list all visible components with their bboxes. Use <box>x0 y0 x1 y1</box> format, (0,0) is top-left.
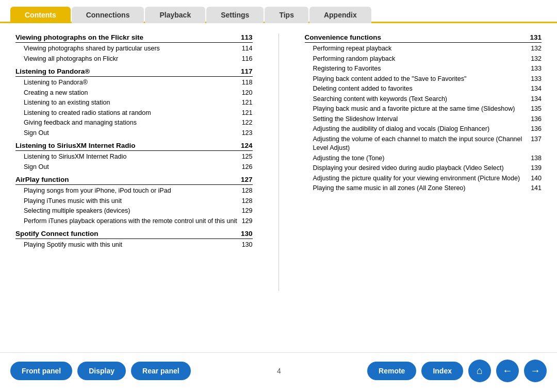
tab-appendix[interactable]: Appendix <box>309 7 371 23</box>
toc-section-header: Listening to SiriusXM Internet Radio124 <box>15 142 253 151</box>
tabs-bar: Contents Connections Playback Settings T… <box>0 0 557 23</box>
entry-text: Viewing all photographs on Flickr <box>24 55 238 64</box>
toc-entry: Adjusting the tone (Tone)138 <box>313 154 542 163</box>
toc-entry: Creating a new station120 <box>24 89 253 98</box>
tab-tips[interactable]: Tips <box>265 7 308 23</box>
entry-text: Displaying your desired video during aud… <box>313 164 527 173</box>
tab-connections[interactable]: Connections <box>72 7 144 23</box>
back-button[interactable]: ← <box>496 360 519 382</box>
toc-entry: Playing Spotify music with this unit130 <box>24 241 253 250</box>
entry-text: Performing random playback <box>313 55 527 64</box>
entry-page: 128 <box>242 197 253 206</box>
tab-contents[interactable]: Contents <box>10 7 71 23</box>
section-page: 130 <box>241 230 253 237</box>
toc-entry: Playing iTunes music with this unit128 <box>24 197 253 206</box>
toc-entry: Performing repeat playback132 <box>313 44 542 54</box>
entry-page: 118 <box>242 78 253 88</box>
toc-entry: Viewing photographs shared by particular… <box>24 44 253 54</box>
entry-page: 126 <box>242 163 253 172</box>
bottom-right-buttons: Remote Index ⌂ ← → <box>367 360 547 382</box>
entry-text: Playing songs from your iPhone, iPod tou… <box>24 186 238 196</box>
entry-page: 134 <box>531 95 542 104</box>
section-page: 117 <box>241 67 253 75</box>
entry-text: Listening to Pandora® <box>24 78 238 88</box>
entry-page: 141 <box>531 184 542 193</box>
entry-page: 121 <box>242 109 253 118</box>
home-button[interactable]: ⌂ <box>468 360 491 382</box>
section-title: Listening to SiriusXM Internet Radio <box>15 142 136 149</box>
remote-btn[interactable]: Remote <box>367 362 416 380</box>
entry-text: Playing Spotify music with this unit <box>24 241 238 250</box>
entry-page: 114 <box>242 44 253 54</box>
section-page: 127 <box>241 176 253 183</box>
entry-page: 136 <box>531 115 542 124</box>
entry-page: 135 <box>531 105 542 114</box>
section-title: Convenience functions <box>305 33 382 41</box>
toc-entry: Playing back music and a favorite pictur… <box>313 105 542 114</box>
entry-page: 125 <box>242 152 253 162</box>
display-btn[interactable]: Display <box>77 362 126 380</box>
entry-text: Sign Out <box>24 163 238 172</box>
section-page: 113 <box>241 33 253 41</box>
entry-page: 123 <box>242 129 253 138</box>
toc-entry: Adjusting the audibility of dialog and v… <box>313 125 542 134</box>
toc-entry: Playing the same music in all zones (All… <box>313 184 542 193</box>
toc-entry: Performing random playback132 <box>313 55 542 64</box>
entry-page: 137 <box>531 135 542 153</box>
entry-text: Playing back content added to the "Save … <box>313 75 527 84</box>
toc-entry: Searching content with keywords (Text Se… <box>313 95 542 104</box>
section-title: Listening to Pandora® <box>15 67 90 75</box>
entry-text: Sign Out <box>24 129 238 138</box>
toc-section-header: Spotify Connect function130 <box>15 230 253 239</box>
toc-entry: Adjusting the volume of each channel to … <box>313 135 542 153</box>
entry-text: Playing back music and a favorite pictur… <box>313 105 527 114</box>
bottom-bar: Front panel Display Rear panel 4 Remote … <box>0 352 557 388</box>
entry-text: Deleting content added to favorites <box>313 84 527 94</box>
toc-entry: Listening to SiriusXM Internet Radio125 <box>24 152 253 162</box>
entry-text: Listening to SiriusXM Internet Radio <box>24 152 238 162</box>
toc-entry: Adjusting the picture quality for your v… <box>313 174 542 183</box>
toc-entry: Sign Out126 <box>24 163 253 172</box>
entry-page: 129 <box>242 207 253 216</box>
toc-entry: Sign Out123 <box>24 129 253 138</box>
entry-text: Viewing photographs shared by particular… <box>24 44 238 54</box>
toc-entry: Giving feedback and managing stations122 <box>24 118 253 128</box>
toc-section-header: AirPlay function127 <box>15 176 253 185</box>
toc-entry: Viewing all photographs on Flickr116 <box>24 55 253 64</box>
entry-page: 134 <box>531 84 542 94</box>
section-page: 124 <box>241 142 253 149</box>
home-icon: ⌂ <box>477 365 483 377</box>
rear-panel-btn[interactable]: Rear panel <box>131 362 191 380</box>
entry-page: 129 <box>242 217 253 226</box>
index-btn[interactable]: Index <box>421 362 463 380</box>
entry-text: Adjusting the audibility of dialog and v… <box>313 125 527 134</box>
tab-settings[interactable]: Settings <box>206 7 264 23</box>
entry-page: 120 <box>242 89 253 98</box>
forward-button[interactable]: → <box>524 360 547 382</box>
bottom-left-buttons: Front panel Display Rear panel <box>10 362 191 380</box>
section-title: Viewing photographs on the Flickr site <box>15 33 143 41</box>
front-panel-btn[interactable]: Front panel <box>10 362 72 380</box>
toc-entry: Deleting content added to favorites134 <box>313 84 542 94</box>
entry-text: Creating a new station <box>24 89 238 98</box>
tab-playback[interactable]: Playback <box>145 7 205 23</box>
entry-text: Giving feedback and managing stations <box>24 118 238 128</box>
left-column: Viewing photographs on the Flickr site11… <box>15 33 253 347</box>
toc-entry: Displaying your desired video during aud… <box>313 164 542 173</box>
toc-entry: Registering to Favorites133 <box>313 64 542 74</box>
entry-text: Listening to created radio stations at r… <box>24 109 238 118</box>
entry-page: 132 <box>531 44 542 54</box>
entry-text: Adjusting the volume of each channel to … <box>313 135 527 153</box>
entry-text: Adjusting the picture quality for your v… <box>313 174 527 183</box>
entry-page: 121 <box>242 98 253 108</box>
entry-page: 133 <box>531 75 542 84</box>
entry-page: 139 <box>531 164 542 173</box>
toc-section-header: Listening to Pandora®117 <box>15 67 253 77</box>
entry-page: 132 <box>531 55 542 64</box>
entry-text: Adjusting the tone (Tone) <box>313 154 527 163</box>
toc-entry: Playing songs from your iPhone, iPod tou… <box>24 186 253 196</box>
entry-text: Registering to Favorites <box>313 64 527 74</box>
entry-text: Playing the same music in all zones (All… <box>313 184 527 193</box>
back-icon: ← <box>502 365 513 377</box>
toc-section-header: Convenience functions131 <box>305 33 542 43</box>
